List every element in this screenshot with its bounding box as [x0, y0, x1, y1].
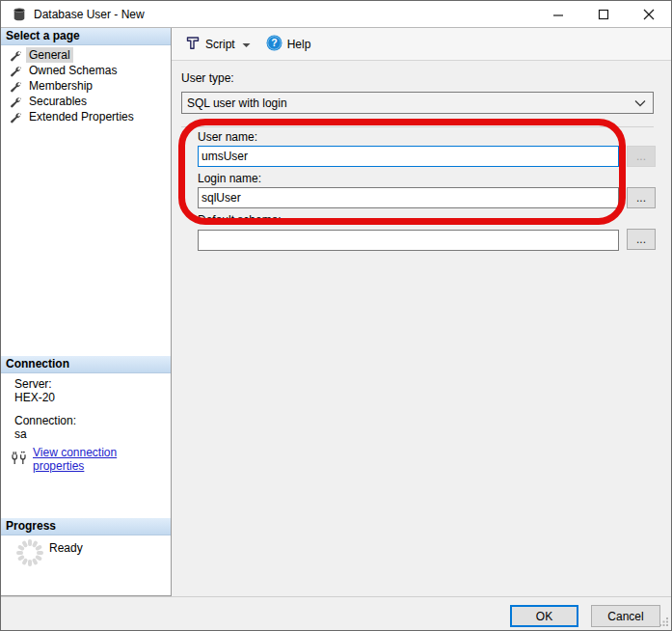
maximize-button[interactable] [580, 1, 626, 28]
server-label: Server: [14, 377, 52, 391]
view-connection-properties-link[interactable]: View connection properties [33, 446, 171, 473]
sidebar-item-owned-schemas[interactable]: Owned Schemas [1, 63, 171, 78]
sidebar-item-securables[interactable]: Securables [1, 94, 171, 109]
sidebar-item-label: Securables [26, 94, 90, 109]
progress-spinner-icon [14, 558, 45, 571]
window-title: Database User - New [34, 8, 145, 21]
chevron-down-icon [634, 96, 646, 110]
script-label: Script [205, 38, 235, 51]
user-name-browse-button[interactable]: ... [627, 146, 656, 167]
user-type-select[interactable]: SQL user with login [181, 92, 654, 114]
default-schema-label: Default schema: [198, 213, 282, 227]
section-divider [181, 126, 654, 127]
minimize-button[interactable] [535, 1, 580, 28]
wrench-icon [9, 80, 21, 93]
connection-value: sa [14, 427, 27, 441]
connection-label: Connection: [14, 414, 76, 427]
sidebar-item-extended-properties[interactable]: Extended Properties [1, 109, 171, 124]
select-a-page-header: Select a page [1, 28, 171, 45]
default-schema-input[interactable] [198, 230, 619, 251]
user-type-label: User type: [181, 71, 234, 85]
progress-status: Ready [49, 541, 83, 555]
svg-text:?: ? [271, 37, 277, 48]
script-button[interactable]: Script [181, 32, 255, 56]
user-name-label: User name: [198, 130, 257, 144]
toolbar: Script ? Help [172, 28, 671, 61]
server-value: HEX-20 [14, 391, 55, 404]
cancel-button[interactable]: Cancel [591, 605, 660, 627]
progress-header: Progress [1, 518, 171, 535]
login-name-label: Login name: [198, 172, 261, 185]
help-button[interactable]: ? Help [262, 32, 315, 57]
login-name-input[interactable] [198, 187, 619, 208]
footer: OK Cancel [1, 596, 671, 631]
login-name-browse-button[interactable]: ... [627, 187, 656, 208]
sidebar-item-label: Extended Properties [26, 109, 137, 124]
ok-button[interactable]: OK [510, 605, 578, 627]
resize-grip[interactable] [659, 617, 669, 630]
sidebar: Select a page General Owned Schemas Memb… [1, 28, 172, 596]
wrench-icon [9, 49, 21, 62]
connection-properties-icon [11, 451, 28, 468]
maximize-icon [598, 9, 609, 20]
sidebar-item-membership[interactable]: Membership [1, 78, 171, 94]
sidebar-item-label: General [26, 47, 73, 63]
user-type-value: SQL user with login [187, 96, 287, 110]
script-dropdown-icon[interactable] [242, 38, 251, 51]
wrench-icon [9, 111, 21, 123]
main-content: User type: SQL user with login User name… [172, 61, 671, 596]
user-name-input[interactable] [198, 146, 619, 167]
connection-header: Connection [1, 356, 171, 373]
default-schema-browse-button[interactable]: ... [627, 229, 656, 250]
titlebar: Database User - New [1, 1, 671, 28]
wrench-icon [9, 96, 21, 108]
minimize-icon [552, 9, 564, 20]
wrench-icon [9, 65, 21, 77]
help-label: Help [287, 38, 311, 51]
script-icon [185, 35, 201, 53]
help-icon: ? [266, 35, 282, 54]
sidebar-item-label: Membership [26, 78, 95, 94]
sidebar-item-label: Owned Schemas [26, 63, 120, 78]
database-user-new-dialog: Database User - New Select a page Genera… [0, 0, 672, 631]
database-icon [12, 7, 27, 22]
close-button[interactable] [626, 1, 671, 28]
close-icon [643, 9, 655, 20]
sidebar-item-general[interactable]: General [1, 47, 171, 63]
